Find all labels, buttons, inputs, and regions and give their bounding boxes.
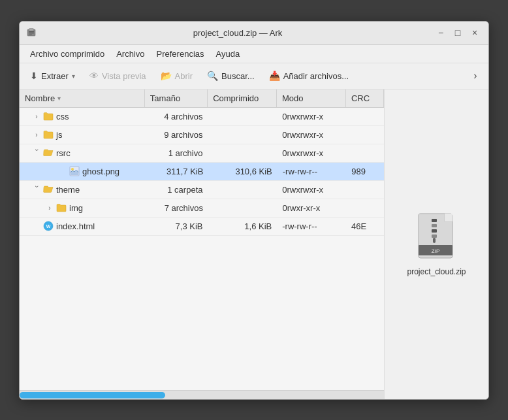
cell-crc	[346, 114, 384, 118]
svg-rect-4	[29, 35, 32, 35]
sort-icon: ▾	[57, 95, 61, 102]
title-bar: project_cloud.zip — Ark − □ ×	[20, 22, 488, 45]
cell-compressed	[208, 151, 277, 155]
svg-rect-15	[432, 234, 437, 238]
svg-rect-11	[445, 214, 452, 221]
maximize-button[interactable]: □	[451, 25, 465, 40]
cell-size: 1 carpeta	[145, 183, 208, 197]
app-icon	[26, 27, 37, 38]
open-icon: 📂	[161, 71, 172, 81]
image-icon	[69, 166, 80, 176]
table-header: Nombre ▾ Tamaño Comprimido Modo CRC	[20, 89, 384, 108]
menu-bar: Archivo comprimido Archivo Preferencias …	[20, 45, 488, 63]
cell-compressed	[208, 187, 277, 191]
svg-rect-2	[29, 31, 34, 33]
cell-compressed: 310,6 KiB	[208, 165, 277, 178]
cell-mode: 0rwxrwxr-x	[277, 110, 346, 123]
preview-button[interactable]: 👁 Vista previa	[83, 66, 153, 86]
cell-compressed	[208, 133, 277, 137]
header-crc[interactable]: CRC	[346, 89, 384, 107]
cell-crc: 46E	[346, 219, 384, 233]
folder-icon	[43, 112, 54, 121]
svg-text:W: W	[46, 224, 51, 229]
header-compressed[interactable]: Comprimido	[208, 89, 277, 107]
cell-compressed	[208, 114, 277, 118]
file-table: Nombre ▾ Tamaño Comprimido Modo CRC	[20, 89, 384, 390]
minimize-button[interactable]: −	[434, 25, 448, 40]
preview-panel: ZIP project_cloud.zip	[384, 89, 488, 399]
svg-rect-1	[29, 28, 33, 31]
extract-dropdown-icon: ▾	[72, 73, 75, 80]
cell-size: 7,3 KiB	[145, 219, 208, 233]
table-row[interactable]: › ghost.png 311,7 KiB 310,6 KiB -rw-rw-r…	[20, 163, 384, 181]
table-row[interactable]: › img 7 archivos 0rwxr-xr-x	[20, 199, 384, 218]
cell-size: 7 archivos	[146, 201, 208, 215]
extract-icon: ⬇	[30, 71, 38, 81]
table-row[interactable]: › js 9 archivos 0rwxrwxr-x	[20, 126, 384, 144]
svg-point-7	[71, 168, 74, 170]
cell-name: › rsrc	[20, 146, 145, 160]
folder-icon	[56, 203, 67, 212]
scrollbar-thumb[interactable]	[20, 392, 165, 398]
zip-file-icon: ZIP	[416, 212, 458, 261]
cell-crc	[346, 206, 384, 210]
cell-size: 4 archivos	[145, 110, 208, 123]
more-button[interactable]: ›	[466, 67, 484, 85]
window-controls: − □ ×	[434, 25, 482, 40]
header-size[interactable]: Tamaño	[145, 89, 208, 107]
header-mode[interactable]: Modo	[277, 89, 346, 107]
table-row[interactable]: › theme 1 carpeta 0rwxrwxr-x	[20, 181, 384, 199]
expand-icon[interactable]: ›	[46, 204, 54, 212]
extract-button[interactable]: ⬇ Extraer ▾	[24, 66, 82, 86]
svg-rect-3	[29, 33, 34, 34]
folder-icon	[43, 130, 54, 139]
search-icon: 🔍	[207, 71, 218, 81]
header-name[interactable]: Nombre ▾	[20, 89, 145, 107]
search-button[interactable]: 🔍 Buscar...	[200, 66, 261, 86]
cell-mode: 0rwxr-xr-x	[277, 201, 346, 215]
cell-compressed: 1,6 KiB	[208, 219, 277, 233]
table-row[interactable]: › rsrc 1 archivo 0rwxrwxr-x	[20, 144, 384, 163]
cell-crc	[346, 187, 384, 191]
svg-rect-12	[432, 219, 437, 222]
open-button[interactable]: 📂 Abrir	[154, 66, 199, 86]
cell-name: › css	[20, 110, 145, 123]
preview-filename: project_cloud.zip	[407, 267, 466, 276]
preview-icon: 👁	[89, 71, 99, 81]
cell-mode: 0rwxrwxr-x	[277, 146, 346, 160]
cell-mode: -rw-rw-r--	[278, 165, 346, 178]
table-row[interactable]: › W index.html 7,3 KiB 1,6 KiB -rw-rw-r-…	[20, 218, 384, 236]
collapse-icon[interactable]: ›	[33, 149, 40, 157]
cell-mode: 0rwxrwxr-x	[277, 128, 346, 142]
cell-name: › W index.html	[20, 219, 145, 233]
add-files-button[interactable]: 📥 Añadir archivos...	[262, 66, 355, 86]
cell-mode: -rw-rw-r--	[277, 219, 346, 233]
menu-archivo-comprimido[interactable]: Archivo comprimido	[25, 47, 110, 61]
html-icon: W	[43, 221, 54, 231]
cell-size: 311,7 KiB	[146, 165, 209, 178]
file-list-area: Nombre ▾ Tamaño Comprimido Modo CRC	[20, 89, 384, 399]
menu-ayuda[interactable]: Ayuda	[211, 47, 246, 61]
svg-text:ZIP: ZIP	[431, 248, 439, 254]
cell-name: › js	[20, 128, 145, 142]
preview-file-icon: ZIP	[416, 212, 458, 261]
table-row[interactable]: › css 4 archivos 0rwxrwxr-x	[20, 108, 384, 126]
svg-rect-14	[432, 229, 437, 233]
cell-crc	[346, 133, 384, 137]
expand-icon[interactable]: ›	[33, 112, 40, 120]
main-window: project_cloud.zip — Ark − □ × Archivo co…	[19, 21, 489, 400]
toolbar: ⬇ Extraer ▾ 👁 Vista previa 📂 Abrir 🔍 Bus…	[20, 63, 488, 89]
menu-archivo[interactable]: Archivo	[111, 47, 150, 61]
folder-open-icon	[43, 148, 54, 157]
cell-size: 9 archivos	[145, 128, 208, 142]
svg-rect-16	[433, 238, 436, 243]
expand-icon[interactable]: ›	[33, 131, 40, 138]
horizontal-scrollbar[interactable]	[20, 390, 384, 399]
svg-rect-13	[432, 224, 437, 227]
menu-preferencias[interactable]: Preferencias	[151, 47, 210, 61]
cell-name: › theme	[20, 183, 145, 197]
window-title: project_cloud.zip — Ark	[42, 28, 434, 38]
collapse-icon[interactable]: ›	[33, 186, 40, 193]
cell-size: 1 archivo	[145, 146, 208, 160]
close-button[interactable]: ×	[468, 25, 482, 40]
